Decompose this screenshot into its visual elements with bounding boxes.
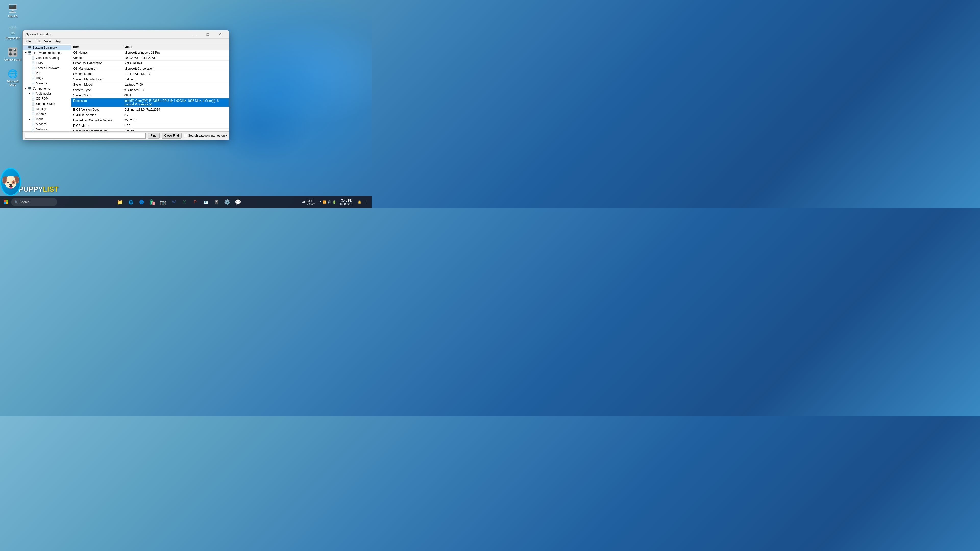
table-row[interactable]: BIOS Version/DateDell Inc. 1.33.0, 7/10/… (71, 107, 229, 113)
cell-value: 10.0.22631 Build 22631 (122, 56, 229, 61)
this-pc-label: This PC (8, 15, 18, 18)
notification-button[interactable]: 🔔 (355, 198, 363, 206)
table-row[interactable]: System NameDELL-LATITUDE-7 (71, 71, 229, 77)
table-row[interactable]: BIOS ModeUEFI (71, 123, 229, 129)
weather-temp: 63°F (307, 199, 315, 202)
clock-date: 8/30/2024 (340, 202, 353, 205)
svg-rect-0 (4, 200, 6, 202)
tree-item-system-summary[interactable]: 🖥️System Summary (23, 45, 71, 50)
desktop-icon-control-panel[interactable]: 🎛️ Control Panel (3, 46, 23, 62)
spacer-icon (27, 107, 32, 111)
show-desktop-button[interactable]: | (364, 198, 369, 206)
item-icon: 📄 (32, 102, 35, 106)
taskbar-app-outlook[interactable]: 📧 (201, 197, 211, 207)
tree-item-conflicts-sharing[interactable]: 📄Conflicts/Sharing (23, 56, 71, 60)
expand-icon: ▶ (27, 117, 32, 121)
table-row[interactable]: Other OS DescriptionNot Available (71, 61, 229, 66)
taskbar-clock[interactable]: 3:49 PM 8/30/2024 (339, 198, 354, 206)
taskbar-app-word[interactable]: W (169, 197, 179, 207)
taskbar-app-settings[interactable]: ⚙️ (222, 197, 232, 207)
taskbar-app-onenote[interactable]: 📓 (212, 197, 222, 207)
tree-item-forced-hardware[interactable]: 📄Forced Hardware (23, 65, 71, 71)
taskbar-app-chrome[interactable]: 🌐 (126, 197, 136, 207)
close-button[interactable]: ✕ (214, 31, 226, 38)
control-panel-label: Control Panel (4, 58, 21, 62)
item-icon: 📄 (32, 72, 35, 75)
weather-widget[interactable]: ☁️ 63°F Cloudy (300, 199, 317, 206)
taskbar: 🔍 📁 🌐 e 🛍️ 📷 W X P 📧 📓 ⚙️ 💬 ☁ (0, 196, 372, 208)
this-pc-icon: 🖥️ (8, 3, 18, 14)
tree-item-multimedia[interactable]: ▶📄Multimedia (23, 91, 71, 96)
close-find-button[interactable]: Close Find (162, 133, 182, 138)
taskbar-app-camera[interactable]: 📷 (158, 197, 168, 207)
menu-help[interactable]: Help (53, 39, 63, 44)
tree-item-network[interactable]: 📄Network (23, 127, 71, 131)
menu-view[interactable]: View (42, 39, 53, 44)
cell-value: Microsoft Corporation (122, 66, 229, 71)
system-tray[interactable]: ∧ 📶 🔊 🔋 (318, 200, 338, 204)
desktop-icon-this-pc[interactable]: 🖥️ This PC (3, 3, 23, 19)
cell-value: Not Available (122, 61, 229, 66)
tree-item-modem[interactable]: 📄Modem (23, 122, 71, 127)
tree-label-multimedia: Multimedia (36, 92, 51, 95)
tree-item-io[interactable]: 📄I/O (23, 71, 71, 76)
table-row[interactable]: SMBIOS Version3.2 (71, 113, 229, 118)
tree-item-components[interactable]: ▼🖥️Components (23, 86, 71, 91)
control-panel-icon: 🎛️ (8, 47, 18, 57)
battery-icon: 🔋 (332, 200, 336, 204)
menu-edit[interactable]: Edit (33, 39, 42, 44)
spacer-icon (24, 46, 28, 50)
taskbar-app-teams[interactable]: 💬 (233, 197, 243, 207)
minimize-button[interactable]: ― (189, 31, 201, 38)
item-icon: 📄 (32, 92, 35, 95)
taskbar-search-box[interactable]: 🔍 (11, 198, 57, 206)
table-row[interactable]: System ManufacturerDell Inc. (71, 77, 229, 82)
find-button[interactable]: Find (148, 133, 159, 138)
table-row[interactable]: OS ManufacturerMicrosoft Corporation (71, 66, 229, 71)
tree-item-hardware-resources[interactable]: ▼🖥️Hardware Resources (23, 50, 71, 56)
tree-item-display[interactable]: 📄Display (23, 106, 71, 111)
tree-item-memory[interactable]: 📄Memory (23, 81, 71, 86)
tree-item-dma[interactable]: 📄DMA (23, 60, 71, 65)
item-icon: 📄 (32, 107, 35, 111)
search-category-label[interactable]: Search category names only (184, 133, 227, 138)
desktop-icon-edge[interactable]: 🌐 Microsoft Edge (3, 68, 23, 87)
table-row[interactable]: OS NameMicrosoft Windows 11 Pro (71, 50, 229, 56)
table-row[interactable]: Embedded Controller Version255.255 (71, 118, 229, 123)
table-row[interactable]: Version10.0.22631 Build 22631 (71, 56, 229, 61)
spacer-icon (27, 122, 32, 126)
taskbar-app-powerpoint[interactable]: P (190, 197, 200, 207)
tree-item-infrared[interactable]: 📄Infrared (23, 111, 71, 117)
find-input[interactable] (25, 133, 146, 138)
cell-item: System Model (71, 82, 122, 87)
cell-value: Intel(R) Core(TM) i5-8365U CPU @ 1.60GHz… (122, 98, 229, 107)
item-icon: 📄 (32, 113, 35, 116)
table-row[interactable]: System SKU08E1 (71, 93, 229, 98)
table-row[interactable]: BaseBoard ManufacturerDell Inc. (71, 129, 229, 132)
tree-item-sound-device[interactable]: 📄Sound Device (23, 101, 71, 106)
search-category-checkbox[interactable] (184, 133, 187, 138)
tree-item-cd-rom[interactable]: 📄CD-ROM (23, 96, 71, 101)
svg-rect-3 (6, 202, 8, 204)
taskbar-app-file-explorer[interactable]: 📁 (115, 197, 125, 207)
table-row[interactable]: System Typex64-based PC (71, 87, 229, 93)
start-button[interactable] (2, 198, 10, 206)
tree-label-irqs: IRQs (36, 76, 43, 80)
svg-rect-1 (6, 200, 8, 202)
table-row[interactable]: ProcessorIntel(R) Core(TM) i5-8365U CPU … (71, 98, 229, 107)
tree-item-irqs[interactable]: 📄IRQs (23, 76, 71, 81)
desktop-icon-recycle-bin[interactable]: 🗑️ Recycle Bin (3, 24, 23, 41)
spacer-icon (27, 66, 32, 70)
taskbar-app-excel[interactable]: X (180, 197, 189, 207)
window-menubar: File Edit View Help (23, 38, 229, 44)
tree-item-input[interactable]: ▶📄Input (23, 117, 71, 122)
tree-panel[interactable]: 🖥️System Summary▼🖥️Hardware Resources📄Co… (23, 44, 71, 131)
table-row[interactable]: System ModelLatitude 7400 (71, 82, 229, 87)
taskbar-app-edge[interactable]: e (137, 197, 147, 207)
search-input[interactable] (20, 200, 53, 204)
maximize-button[interactable]: □ (202, 31, 213, 38)
system-info-window: System Information ― □ ✕ File Edit View … (22, 30, 229, 140)
taskbar-app-store[interactable]: 🛍️ (147, 197, 158, 207)
menu-file[interactable]: File (24, 39, 33, 44)
item-icon: 📄 (32, 97, 35, 100)
